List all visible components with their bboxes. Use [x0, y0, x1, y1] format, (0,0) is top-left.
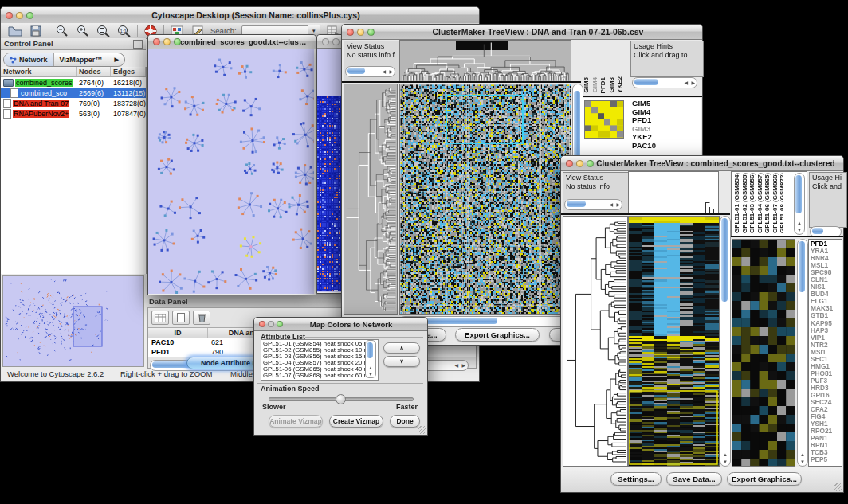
resize-grip[interactable]	[834, 483, 842, 491]
network-view-titlebar[interactable]: combined_scores_good.txt--cluste...	[148, 35, 316, 49]
zoom-heatmap-canvas[interactable]	[732, 239, 795, 467]
view-status-scrollbar[interactable]: ◀ ▶	[345, 66, 395, 77]
minimize-icon[interactable]	[16, 12, 23, 19]
scroll-left-icon[interactable]: ◀	[454, 363, 458, 368]
gene-list: PFD1YRA1RNR4MSL1SPC98CLN1NIS1BUD4ELG1MAK…	[811, 240, 841, 463]
create-vizmap-button[interactable]: Create Vizmap	[329, 415, 383, 428]
svg-text:1:1: 1:1	[120, 28, 128, 33]
control-panel-header: Control Panel	[1, 38, 146, 50]
tab-vizmapper[interactable]: VizMapper™	[54, 53, 109, 66]
zoom-icon[interactable]	[277, 321, 283, 327]
gene-label: PFD1	[632, 116, 656, 125]
close-icon[interactable]	[259, 321, 265, 327]
row-dendrogram[interactable]	[563, 216, 628, 467]
zoom-icon[interactable]	[174, 38, 181, 45]
zoom-icon[interactable]	[367, 29, 375, 36]
zoom-icon[interactable]	[26, 12, 33, 19]
network-view-title: combined_scores_good.txt--cluste...	[180, 37, 308, 46]
tab-network[interactable]: Network	[4, 53, 54, 66]
zoom-icon[interactable]	[587, 160, 594, 167]
tab-more[interactable]: ▶	[108, 53, 124, 66]
treeview-dna-titlebar[interactable]: ClusterMaker TreeView : DNA and Tran 07-…	[342, 25, 702, 40]
resize-grip[interactable]	[418, 426, 426, 434]
minimize-icon[interactable]	[163, 38, 171, 45]
done-button[interactable]: Done	[390, 415, 420, 428]
animate-vizmap-button[interactable]: Animate Vizmap	[269, 415, 323, 428]
rotated-gene-label: GIM3	[609, 77, 616, 93]
view-status-panel: View Status No status info f ◀ ▶	[344, 41, 402, 82]
attribute-select-icon[interactable]	[151, 311, 169, 325]
zoom-in-button[interactable]	[75, 25, 91, 37]
attribute-list-item[interactable]: GPL51-07 (GSM868) heat shock 60 min	[263, 373, 376, 379]
zoom-selected-button[interactable]	[96, 25, 112, 37]
main-window-title: Cytoscape Desktop (Session Name: collins…	[41, 10, 471, 20]
data-panel-label: Data Panel	[149, 297, 188, 306]
folder-icon	[3, 79, 14, 87]
network-row-selected[interactable]: combined_sco 2569(6) 13112(15)	[1, 88, 146, 98]
treeview-combined-titlebar[interactable]: ClusterMaker TreeView : combined_scores_…	[561, 156, 843, 171]
settings-button[interactable]: Settings...	[610, 472, 662, 486]
gene-label: GIM5	[632, 100, 656, 108]
similarity-matrix[interactable]	[584, 100, 624, 139]
close-icon[interactable]	[566, 160, 573, 167]
column-dendrogram[interactable]	[399, 40, 571, 82]
save-data-button[interactable]: Save Data...	[666, 472, 722, 486]
attribute-up-button[interactable]: ∧	[383, 342, 420, 354]
heatmap-vscrollbar[interactable]: ▲ ▼	[720, 216, 731, 467]
minimize-icon[interactable]	[357, 29, 364, 36]
column-labels-scrollbar[interactable]: ▲ ▼	[794, 173, 805, 235]
rotated-array-label: GPL51-03 (GSM856)	[749, 173, 756, 233]
network-row[interactable]: DNA and Tran 07 769(0) 183728(0)	[1, 98, 146, 108]
slider-thumb[interactable]	[336, 394, 346, 404]
close-icon[interactable]	[153, 38, 160, 45]
close-icon[interactable]	[6, 12, 13, 19]
heatmap-canvas[interactable]	[628, 216, 720, 467]
main-titlebar[interactable]: Cytoscape Desktop (Session Name: collins…	[1, 7, 479, 24]
zoom-out-button[interactable]	[54, 25, 70, 37]
network-view-window: combined_scores_good.txt--cluste...	[147, 34, 316, 295]
usage-hints-scrollbar[interactable]: ◀ ▶	[632, 77, 697, 88]
network-graph-canvas[interactable]	[148, 49, 314, 294]
dialog-title: Map Colors to Network	[283, 320, 419, 329]
window-controls[interactable]	[6, 12, 33, 19]
file-icon	[3, 99, 11, 108]
attribute-list-scrollbar[interactable]: ▲ ▼	[365, 340, 376, 378]
delete-attribute-icon[interactable]	[193, 311, 210, 325]
float-panel-icon[interactable]	[133, 40, 143, 49]
open-file-button[interactable]	[7, 25, 23, 37]
rotated-gene-label: GIM5	[583, 77, 591, 93]
rotated-array-label: GPL51-08 (GSM872)	[779, 173, 783, 233]
map-colors-dialog: Map Colors to Network Attribute List GPL…	[253, 317, 428, 436]
network-tab-icon	[10, 57, 17, 64]
minimize-icon[interactable]	[576, 160, 583, 167]
heatmap-canvas[interactable]	[399, 84, 571, 315]
file-icon	[10, 88, 18, 98]
status-welcome: Welcome to Cytoscape 2.6.2	[7, 369, 104, 378]
network-row[interactable]: combined_scores 2764(0) 16218(0)	[1, 77, 146, 88]
column-dendrogram-area[interactable]	[628, 171, 719, 214]
minimize-icon[interactable]	[332, 38, 340, 45]
network-overview-canvas[interactable]	[3, 276, 142, 365]
treeview-dna-title: ClusterMaker TreeView : DNA and Tran 07-…	[382, 27, 694, 37]
row-dendrogram[interactable]	[344, 84, 398, 315]
network-overview-panel[interactable]	[2, 275, 144, 367]
attribute-down-button[interactable]: ∨	[383, 356, 420, 367]
close-icon[interactable]	[322, 38, 329, 45]
scroll-right-icon[interactable]: ▶	[461, 363, 465, 368]
slower-label: Slower	[262, 403, 286, 411]
similarity-row-labels: GIM5GIM4PFD1GIM3YKE2PAC10	[632, 100, 656, 150]
dialog-titlebar[interactable]: Map Colors to Network	[254, 318, 427, 331]
treeview-combined-title: ClusterMaker TreeView : combined_scores_…	[596, 159, 835, 168]
view-status-scrollbar[interactable]: ◀ ▶	[564, 199, 622, 210]
export-graphics-button[interactable]: Export Graphics...	[727, 472, 802, 486]
network-row[interactable]: RNAPuberNov2+ 563(0) 107847(0)	[1, 108, 146, 119]
usage-hints-panel: Usage Hi Click and	[809, 172, 847, 228]
save-button[interactable]	[28, 25, 44, 37]
minimize-icon[interactable]	[268, 321, 274, 327]
animation-speed-label: Animation Speed	[261, 385, 320, 393]
new-attribute-icon[interactable]	[172, 311, 190, 325]
export-graphics-button[interactable]: Export Graphics...	[455, 328, 540, 342]
zoom-fit-button[interactable]: 1:1	[116, 25, 132, 37]
close-icon[interactable]	[347, 29, 354, 36]
gene-list-scrollbar[interactable]: ▲ ▼	[797, 239, 808, 467]
